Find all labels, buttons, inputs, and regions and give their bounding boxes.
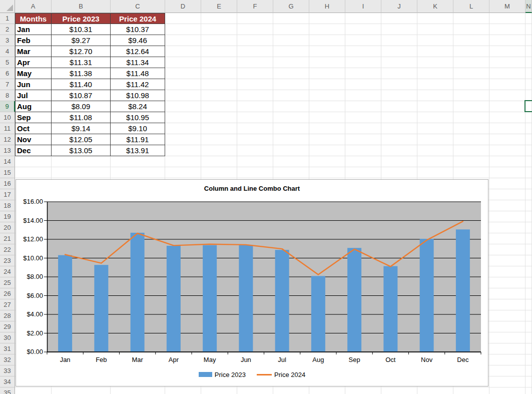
column-header-E[interactable]: E: [201, 0, 237, 13]
cell-L1[interactable]: [453, 13, 489, 24]
cell-N27[interactable]: [525, 299, 532, 310]
cell-M8[interactable]: [489, 90, 525, 101]
cell-E35[interactable]: [201, 387, 237, 394]
cell-L7[interactable]: [453, 79, 489, 90]
cell-M32[interactable]: [489, 354, 525, 365]
row-header-6[interactable]: 6: [0, 68, 15, 79]
cell-K35[interactable]: [417, 387, 453, 394]
cell-M11[interactable]: [489, 123, 525, 134]
cell-F8[interactable]: [237, 90, 273, 101]
cell-L8[interactable]: [453, 90, 489, 101]
row-header-1[interactable]: 1: [0, 13, 15, 24]
cell-M25[interactable]: [489, 277, 525, 288]
cell-C10[interactable]: $10.95: [111, 112, 165, 123]
cell-M3[interactable]: [489, 35, 525, 46]
cell-B12[interactable]: $12.05: [52, 134, 111, 145]
cell-M5[interactable]: [489, 57, 525, 68]
cell-I15[interactable]: [345, 167, 381, 178]
cell-B5[interactable]: $11.31: [52, 57, 111, 68]
cell-M13[interactable]: [489, 145, 525, 156]
cell-C13[interactable]: $13.91: [111, 145, 165, 156]
cell-K12[interactable]: [417, 134, 453, 145]
cell-N29[interactable]: [525, 321, 532, 332]
cell-G13[interactable]: [273, 145, 309, 156]
row-header-35[interactable]: 35: [0, 387, 15, 394]
column-header-G[interactable]: G: [273, 0, 309, 13]
cell-H11[interactable]: [309, 123, 345, 134]
cell-K15[interactable]: [417, 167, 453, 178]
cell-N22[interactable]: [525, 244, 532, 255]
cell-A3[interactable]: Feb: [15, 35, 52, 46]
cell-B4[interactable]: $12.70: [52, 46, 111, 57]
cell-D35[interactable]: [165, 387, 201, 394]
cell-M6[interactable]: [489, 68, 525, 79]
cell-B6[interactable]: $11.38: [52, 68, 111, 79]
cell-M15[interactable]: [489, 167, 525, 178]
cell-B35[interactable]: [52, 387, 111, 394]
cell-F11[interactable]: [237, 123, 273, 134]
row-header-19[interactable]: 19: [0, 211, 15, 222]
cell-N21[interactable]: [525, 233, 532, 244]
cell-B2[interactable]: $10.31: [52, 24, 111, 35]
cell-A6[interactable]: May: [15, 68, 52, 79]
cell-J2[interactable]: [381, 24, 417, 35]
cell-M2[interactable]: [489, 24, 525, 35]
row-header-16[interactable]: 16: [0, 178, 15, 189]
cell-E14[interactable]: [201, 156, 237, 167]
cell-D2[interactable]: [165, 24, 201, 35]
cell-F1[interactable]: [237, 13, 273, 24]
cell-M28[interactable]: [489, 310, 525, 321]
cell-G2[interactable]: [273, 24, 309, 35]
cell-F35[interactable]: [237, 387, 273, 394]
cell-E8[interactable]: [201, 90, 237, 101]
cell-F9[interactable]: [237, 101, 273, 112]
cell-I7[interactable]: [345, 79, 381, 90]
cell-M23[interactable]: [489, 255, 525, 266]
cell-A4[interactable]: Mar: [15, 46, 52, 57]
cell-N6[interactable]: [525, 68, 532, 79]
cell-D10[interactable]: [165, 112, 201, 123]
row-header-17[interactable]: 17: [0, 189, 15, 200]
cell-I11[interactable]: [345, 123, 381, 134]
column-header-A[interactable]: A: [15, 0, 52, 13]
cell-N1[interactable]: [525, 13, 532, 24]
cell-G9[interactable]: [273, 101, 309, 112]
cell-M7[interactable]: [489, 79, 525, 90]
cell-L15[interactable]: [453, 167, 489, 178]
chart[interactable]: Column and Line Combo Chart$16.00$14.00$…: [16, 179, 488, 386]
cell-B7[interactable]: $11.40: [52, 79, 111, 90]
row-header-11[interactable]: 11: [0, 123, 15, 134]
cell-I10[interactable]: [345, 112, 381, 123]
row-header-28[interactable]: 28: [0, 310, 15, 321]
cell-E13[interactable]: [201, 145, 237, 156]
cell-E9[interactable]: [201, 101, 237, 112]
cell-C5[interactable]: $11.34: [111, 57, 165, 68]
cell-B14[interactable]: [52, 156, 111, 167]
cell-N35[interactable]: [525, 387, 532, 394]
cell-C4[interactable]: $12.64: [111, 46, 165, 57]
cell-D1[interactable]: [165, 13, 201, 24]
cell-F15[interactable]: [237, 167, 273, 178]
cell-M20[interactable]: [489, 222, 525, 233]
cell-K2[interactable]: [417, 24, 453, 35]
cell-C14[interactable]: [111, 156, 165, 167]
cell-B11[interactable]: $9.14: [52, 123, 111, 134]
column-header-F[interactable]: F: [237, 0, 273, 13]
cell-A11[interactable]: Oct: [15, 123, 52, 134]
cell-N7[interactable]: [525, 79, 532, 90]
cell-L35[interactable]: [453, 387, 489, 394]
cell-M4[interactable]: [489, 46, 525, 57]
row-header-27[interactable]: 27: [0, 299, 15, 310]
cell-J3[interactable]: [381, 35, 417, 46]
cell-J11[interactable]: [381, 123, 417, 134]
column-header-N[interactable]: N: [525, 0, 532, 13]
cell-K13[interactable]: [417, 145, 453, 156]
cell-L14[interactable]: [453, 156, 489, 167]
cell-M10[interactable]: [489, 112, 525, 123]
cell-F4[interactable]: [237, 46, 273, 57]
row-header-33[interactable]: 33: [0, 365, 15, 376]
row-header-34[interactable]: 34: [0, 376, 15, 387]
cell-F6[interactable]: [237, 68, 273, 79]
cell-E10[interactable]: [201, 112, 237, 123]
cell-C15[interactable]: [111, 167, 165, 178]
